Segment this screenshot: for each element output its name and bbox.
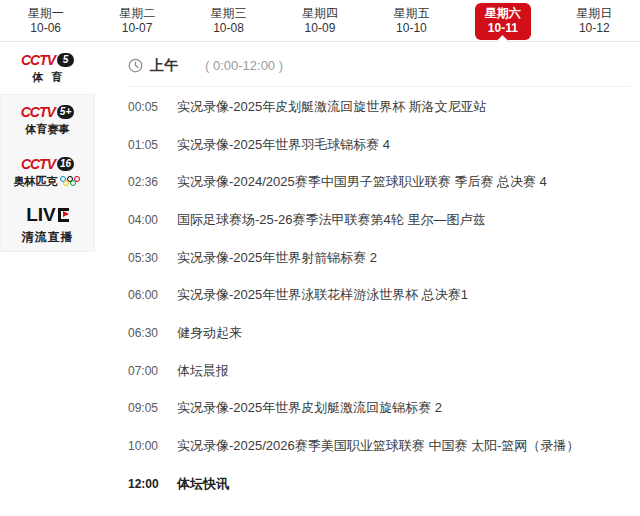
period-label: 上午 xyxy=(150,57,178,75)
program-time: 12:00 xyxy=(128,477,177,491)
period-range: ( 0:00-12:00 ) xyxy=(205,58,283,73)
day-tab-10-12[interactable]: 星期日10-12 xyxy=(549,0,640,42)
program-title: 实况录像-2025年皮划艇激流回旋世界杯 斯洛文尼亚站 xyxy=(177,98,487,116)
program-time: 10:00 xyxy=(128,439,177,453)
program-row[interactable]: 10:00实况录像-2025/2026赛季美国职业篮球联赛 中国赛 太阳-篮网（… xyxy=(128,427,630,465)
program-time: 00:05 xyxy=(128,100,177,114)
program-row[interactable]: 00:05实况录像-2025年皮划艇激流回旋世界杯 斯洛文尼亚站 xyxy=(128,88,630,126)
day-tab-10-10[interactable]: 星期五10-10 xyxy=(366,0,457,42)
program-row[interactable]: 07:00体坛晨报 xyxy=(128,352,630,390)
program-title: 实况录像-2025年世界泳联花样游泳世界杯 总决赛1 xyxy=(177,286,468,304)
day-tab-10-07[interactable]: 星期二10-07 xyxy=(91,0,182,42)
program-time: 04:00 xyxy=(128,213,177,227)
day-tab-10-06[interactable]: 星期一10-06 xyxy=(0,0,91,42)
olympic-rings-icon xyxy=(60,176,82,187)
period-header: 上午 ( 0:00-12:00 ) xyxy=(128,45,630,87)
day-tab-10-08[interactable]: 星期三10-08 xyxy=(183,0,274,42)
channel-number-badge: 5 xyxy=(57,53,74,67)
channel-subtitle: 体育 xyxy=(25,70,71,85)
day-date: 10-10 xyxy=(393,21,429,36)
live-logo: LIV xyxy=(26,204,69,226)
program-time: 06:00 xyxy=(128,288,177,302)
day-date: 10-08 xyxy=(211,21,247,36)
tabs-divider xyxy=(0,41,640,42)
program-title: 实况录像-2025年世界羽毛球锦标赛 4 xyxy=(177,136,390,154)
day-tab-10-09[interactable]: 星期四10-09 xyxy=(274,0,365,42)
program-row[interactable]: 02:36实况录像-2024/2025赛季中国男子篮球职业联赛 季后赛 总决赛 … xyxy=(128,163,630,201)
program-title: 国际足球赛场-25-26赛季法甲联赛第4轮 里尔—图卢兹 xyxy=(177,211,485,229)
cctv5plus-logo: CCTV5+ xyxy=(21,105,75,119)
day-label: 星期三 xyxy=(211,6,247,21)
program-time: 09:05 xyxy=(128,401,177,415)
schedule-content: 上午 ( 0:00-12:00 ) 00:05实况录像-2025年皮划艇激流回旋… xyxy=(95,45,640,516)
day-label: 星期四 xyxy=(302,6,338,21)
channel-subtitle: 清流直播 xyxy=(22,229,74,246)
channel-item-cctv16[interactable]: CCTV16奥林匹克 xyxy=(1,147,94,199)
channel-group: CCTV5+体育赛事CCTV16奥林匹克LIV清流直播 xyxy=(0,94,95,252)
day-label: 星期一 xyxy=(28,6,64,21)
channel-number-badge: 5+ xyxy=(57,105,74,119)
channel-sidebar: CCTV5体育CCTV5+体育赛事CCTV16奥林匹克LIV清流直播 xyxy=(0,45,95,252)
program-time: 06:30 xyxy=(128,326,177,340)
cctv16-logo: CCTV16 xyxy=(21,157,74,171)
program-row[interactable]: 06:00实况录像-2025年世界泳联花样游泳世界杯 总决赛1 xyxy=(128,276,630,314)
day-date: 10-12 xyxy=(576,21,612,36)
day-date: 10-09 xyxy=(302,21,338,36)
program-row[interactable]: 05:30实况录像-2025年世界射箭锦标赛 2 xyxy=(128,239,630,277)
day-label: 星期二 xyxy=(119,6,155,21)
channel-subtitle: 奥林匹克 xyxy=(14,174,82,189)
day-label: 星期日 xyxy=(576,6,612,21)
program-title: 实况录像-2025/2026赛季美国职业篮球联赛 中国赛 太阳-篮网（录播） xyxy=(177,437,579,455)
tv-schedule-page: 星期一10-06星期二10-07星期三10-08星期四10-09星期五10-10… xyxy=(0,0,640,516)
program-title: 体坛快讯 xyxy=(177,475,229,493)
cctv-wordmark: CCTV xyxy=(21,157,55,171)
program-time: 02:36 xyxy=(128,175,177,189)
clock-icon xyxy=(128,58,143,73)
program-title: 实况录像-2024/2025赛季中国男子篮球职业联赛 季后赛 总决赛 4 xyxy=(177,173,547,191)
day-label: 星期五 xyxy=(393,6,429,21)
program-time: 01:05 xyxy=(128,138,177,152)
program-row[interactable]: 01:05实况录像-2025年世界羽毛球锦标赛 4 xyxy=(128,126,630,164)
channel-item-cctv5[interactable]: CCTV5体育 xyxy=(0,45,95,93)
channel-number-badge: 16 xyxy=(57,157,74,171)
channel-subtitle: 体育赛事 xyxy=(26,122,70,137)
day-date: 10-06 xyxy=(28,21,64,36)
program-list: 00:05实况录像-2025年皮划艇激流回旋世界杯 斯洛文尼亚站01:05实况录… xyxy=(128,87,630,503)
play-triangle-icon xyxy=(63,211,69,217)
live-e-glyph xyxy=(58,208,69,222)
day-tabs: 星期一10-06星期二10-07星期三10-08星期四10-09星期五10-10… xyxy=(0,0,640,42)
day-date: 10-11 xyxy=(485,21,521,36)
day-label: 星期六 xyxy=(485,6,521,21)
program-time: 05:30 xyxy=(128,251,177,265)
program-title: 实况录像-2025年世界射箭锦标赛 2 xyxy=(177,249,377,267)
program-row[interactable]: 06:30健身动起来 xyxy=(128,314,630,352)
day-date: 10-07 xyxy=(119,21,155,36)
program-row[interactable]: 04:00国际足球赛场-25-26赛季法甲联赛第4轮 里尔—图卢兹 xyxy=(128,201,630,239)
program-row[interactable]: 09:05实况录像-2025年世界皮划艇激流回旋锦标赛 2 xyxy=(128,390,630,428)
program-title: 健身动起来 xyxy=(177,324,242,342)
program-time: 07:00 xyxy=(128,364,177,378)
channel-item-cctv5plus[interactable]: CCTV5+体育赛事 xyxy=(1,95,94,147)
cctv5-logo: CCTV5 xyxy=(21,53,74,67)
cctv-wordmark: CCTV xyxy=(21,53,55,67)
cctv-wordmark: CCTV xyxy=(21,105,55,119)
program-title: 实况录像-2025年世界皮划艇激流回旋锦标赛 2 xyxy=(177,399,442,417)
program-row[interactable]: 12:00体坛快讯 xyxy=(128,465,630,503)
program-title: 体坛晨报 xyxy=(177,362,229,380)
channel-item-live[interactable]: LIV清流直播 xyxy=(1,199,94,251)
